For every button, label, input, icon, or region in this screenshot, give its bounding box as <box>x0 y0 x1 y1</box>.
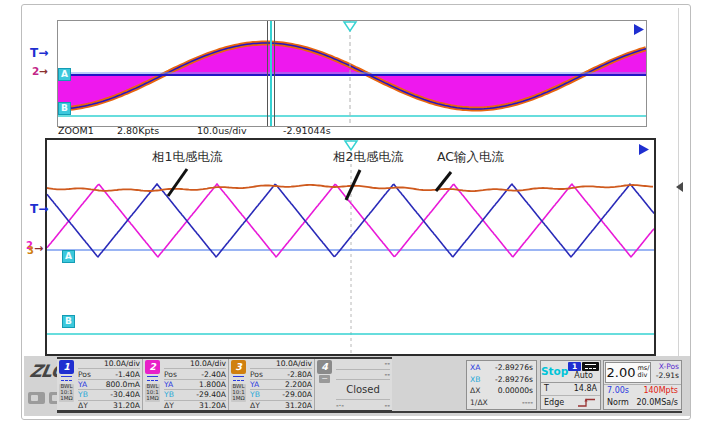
trigger-mode[interactable]: Auto <box>574 371 593 380</box>
overview-waveform <box>58 21 646 126</box>
trigger-box: Stop 1 Auto T 14.8A Edge <box>540 360 601 410</box>
sampling-mode[interactable]: Norm <box>607 398 629 407</box>
timebase-value: 2.00 <box>607 365 636 380</box>
acquisition-window: 7.00s <box>607 386 629 395</box>
cursor-b-label-top[interactable]: B <box>58 102 71 115</box>
zoom-timebase: 10.0us/div <box>197 125 247 136</box>
scroll-left-arrow-icon[interactable] <box>676 182 683 192</box>
probe-badges: BWL10:11MΩ <box>59 384 73 402</box>
trigger-type[interactable]: Edge <box>544 398 564 407</box>
channel-scale: 10.0A/div <box>78 359 140 369</box>
zoom-points: 2.80Kpts <box>117 125 159 136</box>
trigger-coupling-icon[interactable] <box>582 362 599 371</box>
channel-2-box: 2BWL10:11MΩ10.0A/divPos-2.40AYA1.800AYB-… <box>143 359 229 410</box>
channel-2-button[interactable]: 2 <box>145 360 160 374</box>
overview-pane[interactable] <box>57 20 647 127</box>
zoom-waveform <box>47 140 654 354</box>
channel-readout-row: YB-29.00A <box>250 390 312 400</box>
x-pos-label: X-Pos <box>654 362 679 371</box>
channel2-ground-marker-top[interactable]: 2→ <box>32 65 48 77</box>
cursor-a-label-top[interactable]: A <box>58 68 71 81</box>
channel-3-button[interactable]: 3 <box>231 360 246 374</box>
trigger-level-label: T <box>544 384 549 393</box>
channel-ground-markers-main[interactable]: 2 3 → <box>26 240 46 256</box>
status-bar: ZLG® 1BWL10:11MΩ10.0A/divPos-1.40AYA800.… <box>24 356 690 416</box>
channel-readout-row: YA800.0mA <box>78 380 140 390</box>
channel-readout-row: ΔY31.20A <box>250 401 312 410</box>
edge-slope-icon <box>577 397 597 408</box>
channel-readout-row: ΔY31.20A <box>78 401 140 410</box>
zoom-position: -2.91044s <box>283 125 331 136</box>
channel-1-button[interactable]: 1 <box>59 360 74 374</box>
trigger-level-marker-top[interactable]: T→ <box>30 46 48 60</box>
probe-badges: BWL10:11MΩ <box>145 384 159 402</box>
waveform-label-1: 相1电感电流 <box>152 149 222 166</box>
channel-scale: 10.0A/div <box>250 359 312 369</box>
channel-4-button[interactable]: 4 <box>317 360 332 374</box>
zoom-pane[interactable]: 相1电感电流相2电感电流AC输入电流 <box>45 138 656 356</box>
trigger-level-marker-main[interactable]: T→ <box>30 202 48 216</box>
x-cursor-row: XA-2.89276s <box>470 362 533 374</box>
probe-badges: BWL10:11MΩ <box>231 384 245 402</box>
channel-readout-row: YB-29.40A <box>164 390 226 400</box>
dc-coupling-icon <box>231 375 246 383</box>
timebase-unit: ms/ div <box>638 365 650 379</box>
timebase-box: 2.00 ms/ div X-Pos -2.91s 7.00s 140Mpts … <box>603 360 682 410</box>
channel-1-box: 1BWL10:11MΩ10.0A/divPos-1.40AYA800.0mAYB… <box>57 359 143 410</box>
trigger-level-value: 14.8A <box>574 384 597 393</box>
channel-3-box: 3BWL10:11MΩ10.0A/divPos-2.80AYA2.200AYB-… <box>229 359 315 410</box>
channel-readout-row: YA1.800A <box>164 380 226 390</box>
beeper-icon <box>28 392 45 404</box>
channel-readout-row: ΔY31.20A <box>164 401 226 410</box>
waveform-label-2: 相2电感电流 <box>333 149 403 166</box>
channel-readout-row: YB-30.40A <box>78 390 140 400</box>
waveform-label-3: AC输入电流 <box>437 149 504 166</box>
dc-coupling-icon <box>59 375 74 383</box>
channel-readout-row: Pos-1.40A <box>78 369 140 379</box>
memory-depth: 140Mpts <box>643 386 678 395</box>
sample-rate: 20.0MSa/s <box>636 398 678 407</box>
zoom-name: ZOOM1 <box>58 125 94 136</box>
channel-4-box: 4−----Closed-·--- <box>315 359 392 410</box>
x-cursor-row: 1/ΔX---- <box>470 397 533 409</box>
channel-readout-row: YA2.200A <box>250 380 312 390</box>
x-cursor-row: XB-2.89276s <box>470 374 533 386</box>
channel-readout-row: Pos-2.80A <box>250 369 312 379</box>
trigger-source-chip[interactable]: 1 <box>568 362 581 371</box>
channel-strip: 1BWL10:11MΩ10.0A/divPos-1.40AYA800.0mAYB… <box>57 357 392 412</box>
x-cursor-row: ΔX0.00000s <box>470 385 533 397</box>
acquisition-state[interactable]: Stop <box>541 361 567 382</box>
channel-scale: 10.0A/div <box>164 359 226 369</box>
x-pos-value: -2.91s <box>654 371 679 380</box>
status-divider <box>57 411 682 413</box>
cursor-a-label-main[interactable]: A <box>62 250 75 263</box>
cursor-b-label-main[interactable]: B <box>62 315 75 328</box>
x-cursor-readout: XA-2.89276sXB-2.89276sΔX0.00000s1/ΔX---- <box>466 360 537 410</box>
channel-4-state: Closed <box>336 380 390 400</box>
timebase-scale[interactable]: 2.00 ms/ div <box>605 362 651 383</box>
dc-coupling-icon <box>145 375 160 383</box>
channel-4-minus-chip[interactable]: − <box>319 375 330 383</box>
channel-readout-row: Pos-2.40A <box>164 369 226 379</box>
oscilloscope-screen: A B T→ 2→ ZOOM1 2.80Kpts 10.0us/div -2.9… <box>0 0 715 425</box>
